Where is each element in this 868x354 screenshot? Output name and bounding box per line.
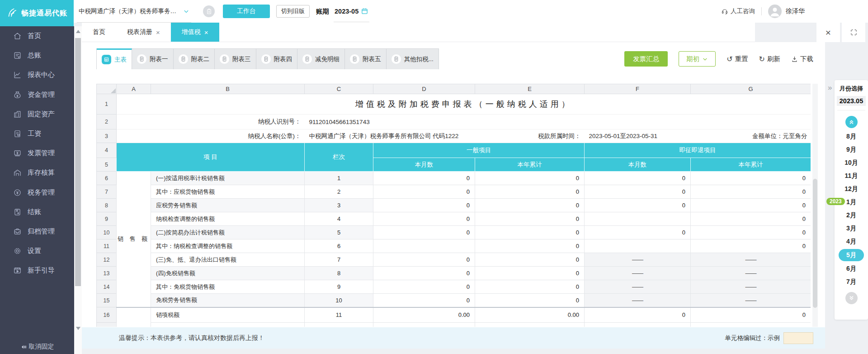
value-cell[interactable]: —— xyxy=(585,267,691,280)
month-item-7月[interactable]: 7月 xyxy=(835,275,868,288)
value-cell[interactable]: —— xyxy=(691,280,811,294)
month-item-3月[interactable]: 3月 xyxy=(835,222,868,235)
value-cell[interactable]: 0 xyxy=(373,185,475,199)
avatar[interactable] xyxy=(768,5,782,18)
column-no-cell[interactable]: 4 xyxy=(305,212,373,226)
form-title[interactable]: 增值税及附加税费申报表（一般纳税人适用） xyxy=(117,94,811,115)
company-selector[interactable]: 中税网通广泽（天津）税务师事务所有... xyxy=(77,0,191,23)
item-cell[interactable]: 应税劳务销售额 xyxy=(151,199,305,212)
column-header-C[interactable]: C xyxy=(305,84,373,94)
download-button[interactable]: 下载 xyxy=(791,55,813,63)
item-cell[interactable]: (三)免、抵、退办法出口销售额 xyxy=(151,253,305,267)
value-cell[interactable]: 0 xyxy=(585,172,691,185)
row-number[interactable]: 15 xyxy=(97,294,117,307)
column-header-E[interactable]: E xyxy=(475,84,585,94)
item-cell[interactable]: 免税劳务销售额 xyxy=(151,294,305,307)
row-number[interactable]: 3 xyxy=(97,129,117,143)
row-number[interactable]: 10 xyxy=(97,226,117,239)
taxpayer-name-label[interactable]: 纳税人名称(公章)： xyxy=(151,129,305,143)
sheet-scrollbar[interactable] xyxy=(812,84,818,327)
tax-period[interactable]: 2023-05-01至2023-05-31 xyxy=(585,129,691,143)
row-number[interactable]: 8 xyxy=(97,199,117,212)
taxpayer-name[interactable]: 中税网通广泽（天津）税务师事务所有限公司 代码1222 xyxy=(305,129,475,143)
month-item-6月[interactable]: 6月 xyxy=(835,262,868,275)
month-item-11月[interactable]: 11月 xyxy=(835,169,868,182)
record-badge-icon[interactable] xyxy=(203,5,215,17)
value-cell[interactable] xyxy=(585,212,691,226)
value-cell[interactable]: 0 xyxy=(475,212,585,226)
sheet-tab-4[interactable]: 附表四 xyxy=(256,48,298,69)
close-tab-icon[interactable]: × xyxy=(204,29,208,36)
sidebar-item-reports[interactable]: 报表中心 xyxy=(0,65,74,85)
taxpayer-id-label[interactable]: 纳税人识别号： xyxy=(151,115,305,129)
value-cell[interactable]: 0 xyxy=(475,185,585,199)
month-item-4月[interactable]: 4月 xyxy=(835,235,868,248)
sheet-tab-0[interactable]: 主表 xyxy=(97,48,132,69)
column-header-D[interactable]: D xyxy=(373,84,475,94)
value-cell[interactable]: 0 xyxy=(691,199,811,212)
sidebar-item-archive[interactable]: 归档管理 xyxy=(0,222,74,241)
header-general[interactable]: 一般项目 xyxy=(373,143,585,158)
month-item-2月[interactable]: 2月 xyxy=(835,209,868,222)
tab-home[interactable]: 首页 xyxy=(82,23,116,42)
value-cell[interactable]: 0 xyxy=(373,280,475,294)
row-number[interactable]: 11 xyxy=(97,239,117,253)
value-cell[interactable]: —— xyxy=(585,280,691,294)
sidebar-item-tax[interactable]: 税务管理 xyxy=(0,183,74,202)
column-no-cell[interactable]: 2 xyxy=(305,185,373,199)
column-header-F[interactable]: F xyxy=(585,84,691,94)
column-no-cell[interactable]: 3 xyxy=(305,199,373,212)
row-number[interactable]: 13 xyxy=(97,267,117,280)
value-cell[interactable]: —— xyxy=(691,253,811,267)
column-no-cell[interactable]: 9 xyxy=(305,280,373,294)
row-number[interactable]: 4 xyxy=(97,143,117,158)
row-number[interactable]: 1 xyxy=(97,94,117,115)
support-link[interactable]: 人工咨询 xyxy=(721,7,755,15)
sidebar-scrollbar[interactable] xyxy=(74,26,82,354)
row-number[interactable]: 2 xyxy=(97,115,117,129)
value-cell[interactable]: 0 xyxy=(475,294,585,307)
fullscreen-button[interactable] xyxy=(842,23,865,42)
tax-period-label[interactable]: 税款所属时间： xyxy=(475,129,585,143)
month-item-12月[interactable]: 12月 xyxy=(835,182,868,196)
value-cell[interactable]: 0 xyxy=(585,185,691,199)
item-cell[interactable]: 其中：应税货物销售额 xyxy=(151,185,305,199)
close-tab-icon[interactable]: × xyxy=(156,29,160,36)
months-scroll-up-button[interactable] xyxy=(845,116,858,128)
value-cell[interactable]: 0 xyxy=(691,185,811,199)
sidebar-item-ledger[interactable]: 总账 xyxy=(0,46,74,65)
sidebar-item-invoice[interactable]: 发票管理 xyxy=(0,144,74,163)
row-number[interactable]: 7 xyxy=(97,185,117,199)
sheet-tab-3[interactable]: 附表三 xyxy=(215,48,256,69)
item-cell[interactable]: (四)免税销售额 xyxy=(151,267,305,280)
value-cell[interactable]: 0 xyxy=(373,294,475,307)
value-cell[interactable]: 0 xyxy=(691,239,811,253)
sidebar-item-funds[interactable]: 资金管理 xyxy=(0,85,74,105)
period-picker[interactable]: 2023-05 xyxy=(334,0,369,22)
item-cell[interactable]: 销项税额 xyxy=(151,307,305,323)
sidebar-item-inventory[interactable]: 库存核算 xyxy=(0,163,74,182)
column-no-cell[interactable]: 10 xyxy=(305,294,373,307)
value-cell[interactable]: 0 xyxy=(373,253,475,267)
item-cell[interactable]: (一)按适用税率计税销售额 xyxy=(151,172,305,185)
value-cell[interactable]: 0 xyxy=(585,226,691,239)
value-cell[interactable]: 0 xyxy=(691,307,811,323)
column-header-G[interactable]: G xyxy=(691,84,811,94)
sidebar-item-guide[interactable]: 新手引导 xyxy=(0,261,74,280)
value-cell[interactable]: 0.00 xyxy=(373,307,475,323)
sidebar-item-closing[interactable]: 结账 xyxy=(0,202,74,222)
value-cell[interactable] xyxy=(373,239,475,253)
group-label-next[interactable] xyxy=(117,307,151,327)
row-number[interactable]: 12 xyxy=(97,253,117,267)
sheet-tab-1[interactable]: 附表一 xyxy=(132,48,174,69)
sheet-tab-2[interactable]: 附表二 xyxy=(174,48,215,69)
value-cell[interactable]: —— xyxy=(691,267,811,280)
header-instant-refund[interactable]: 即征即退项目 xyxy=(585,143,811,158)
header-item[interactable]: 项 目 xyxy=(117,143,305,172)
sheet-tab-7[interactable]: 其他扣税... xyxy=(387,48,439,69)
sidebar-item-settings[interactable]: 设置 xyxy=(0,241,74,261)
value-cell[interactable]: 0 xyxy=(585,199,691,212)
invoice-summary-button[interactable]: 发票汇总 xyxy=(624,51,668,67)
months-scroll-down-button[interactable] xyxy=(845,292,858,304)
value-cell[interactable]: 0 xyxy=(585,307,691,323)
